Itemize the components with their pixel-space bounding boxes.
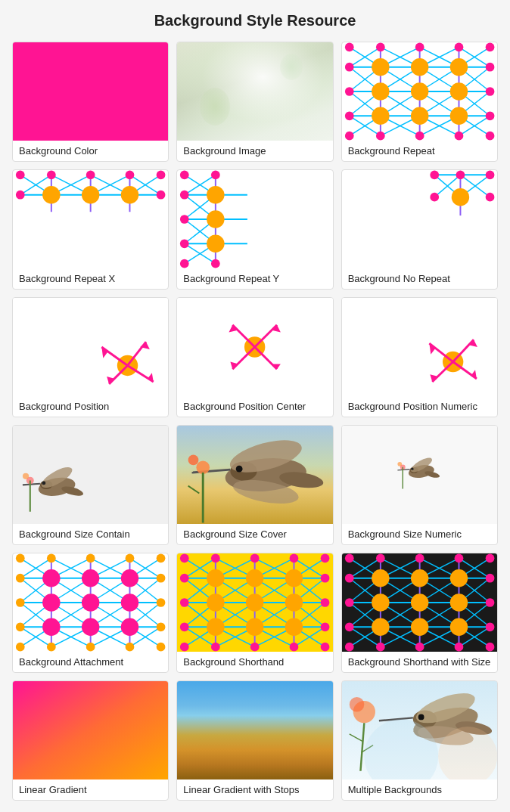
preview-bg-position-numeric (342, 298, 497, 396)
svg-point-226 (157, 553, 166, 563)
svg-point-103 (180, 215, 189, 224)
svg-point-219 (42, 618, 60, 636)
label-linear-grad-stops: Linear Gradient with Stops (177, 779, 332, 800)
svg-point-231 (16, 622, 25, 631)
svg-point-215 (121, 569, 138, 587)
svg-point-345 (372, 618, 389, 636)
svg-line-165 (188, 486, 200, 494)
svg-point-55 (485, 111, 494, 120)
card-bg-attachment[interactable]: Background Attachment (12, 553, 169, 673)
label-linear-grad: Linear Gradient (13, 779, 168, 800)
svg-point-100 (180, 170, 189, 179)
svg-point-50 (345, 111, 354, 120)
card-bg-size-cover[interactable]: Background Size Cover (176, 425, 333, 545)
svg-point-61 (415, 132, 424, 141)
svg-point-78 (16, 170, 25, 179)
svg-point-99 (207, 235, 224, 253)
svg-point-57 (376, 42, 385, 51)
svg-point-216 (42, 594, 60, 611)
svg-point-360 (376, 643, 385, 652)
card-bg-color[interactable]: Background Color (12, 42, 169, 162)
svg-point-116 (485, 170, 494, 179)
label-bg-shorthand: Background Shorthand (177, 652, 332, 672)
svg-point-224 (86, 553, 95, 563)
svg-point-294 (180, 622, 189, 631)
svg-line-366 (360, 723, 364, 771)
svg-point-276 (207, 569, 224, 587)
label-bg-size-numeric: Background Size Numeric (342, 524, 497, 544)
svg-point-114 (430, 170, 439, 179)
page-title: Background Style Resource (12, 12, 498, 29)
svg-point-277 (246, 569, 263, 587)
svg-point-342 (372, 594, 389, 611)
svg-point-363 (485, 643, 494, 652)
preview-bg-repeat (342, 42, 497, 141)
svg-point-213 (42, 569, 60, 587)
svg-point-223 (47, 553, 56, 563)
svg-point-282 (207, 618, 224, 636)
card-bg-position-numeric[interactable]: Background Position Numeric (341, 297, 498, 417)
svg-point-233 (16, 643, 25, 652)
svg-point-235 (86, 643, 95, 652)
svg-point-357 (345, 622, 354, 631)
card-multi-bg[interactable]: Multiple Backgrounds (341, 680, 498, 801)
card-bg-position[interactable]: Background Position (12, 297, 169, 417)
card-grid: Background Color Background Image (12, 42, 498, 801)
svg-point-76 (82, 186, 99, 203)
label-bg-size-cover: Background Size Cover (177, 524, 332, 544)
preview-bg-size-numeric (342, 426, 497, 524)
svg-point-220 (82, 618, 99, 636)
card-linear-grad-stops[interactable]: Linear Gradient with Stops (176, 680, 333, 801)
svg-point-284 (285, 618, 303, 636)
svg-point-347 (449, 618, 467, 636)
svg-point-171 (411, 467, 413, 470)
card-bg-repeat-y[interactable]: Background Repeat Y (176, 169, 333, 290)
svg-point-163 (188, 455, 199, 466)
svg-point-221 (121, 618, 138, 636)
svg-point-117 (430, 193, 439, 202)
svg-point-75 (42, 186, 60, 203)
svg-point-290 (180, 574, 189, 583)
card-bg-repeat[interactable]: Background Repeat (341, 42, 498, 162)
svg-point-344 (449, 594, 467, 611)
svg-point-234 (47, 643, 56, 652)
svg-point-339 (372, 569, 389, 587)
svg-point-362 (454, 643, 463, 652)
card-bg-shorthand[interactable]: Background Shorthand (176, 553, 333, 673)
svg-point-62 (454, 132, 463, 141)
card-bg-no-repeat[interactable]: Background No Repeat (341, 169, 498, 290)
card-bg-position-center[interactable]: Background Position Center (176, 297, 333, 417)
svg-point-102 (180, 191, 189, 200)
svg-point-58 (415, 42, 424, 51)
svg-point-361 (415, 643, 424, 652)
preview-bg-shorthand-size (342, 553, 497, 652)
svg-point-161 (236, 466, 243, 473)
preview-bg-image (177, 42, 332, 141)
card-bg-size-contain[interactable]: Background Size Contain (12, 425, 169, 545)
svg-point-42 (411, 82, 428, 100)
card-bg-size-numeric[interactable]: Background Size Numeric (341, 425, 498, 545)
svg-point-228 (157, 574, 166, 583)
svg-point-59 (454, 42, 463, 51)
svg-point-84 (157, 191, 166, 200)
svg-point-118 (485, 193, 494, 202)
preview-linear-grad-stops (177, 681, 332, 779)
svg-point-354 (485, 574, 494, 583)
svg-point-346 (411, 618, 428, 636)
svg-point-280 (246, 594, 263, 611)
card-bg-image[interactable]: Background Image (176, 42, 333, 162)
svg-point-104 (180, 239, 189, 248)
svg-point-375 (418, 714, 424, 720)
svg-point-173 (398, 462, 403, 466)
svg-point-41 (372, 82, 389, 100)
card-linear-grad[interactable]: Linear Gradient (12, 680, 169, 801)
svg-point-288 (290, 553, 299, 563)
svg-point-229 (16, 598, 25, 607)
svg-point-40 (449, 58, 467, 76)
svg-point-359 (345, 643, 354, 652)
label-bg-repeat: Background Repeat (342, 141, 497, 161)
card-bg-shorthand-size[interactable]: Background Shorthand with Size (341, 553, 498, 673)
svg-point-214 (82, 569, 99, 587)
preview-bg-repeat-y (177, 170, 332, 268)
card-bg-repeat-x[interactable]: Background Repeat X (12, 169, 169, 290)
